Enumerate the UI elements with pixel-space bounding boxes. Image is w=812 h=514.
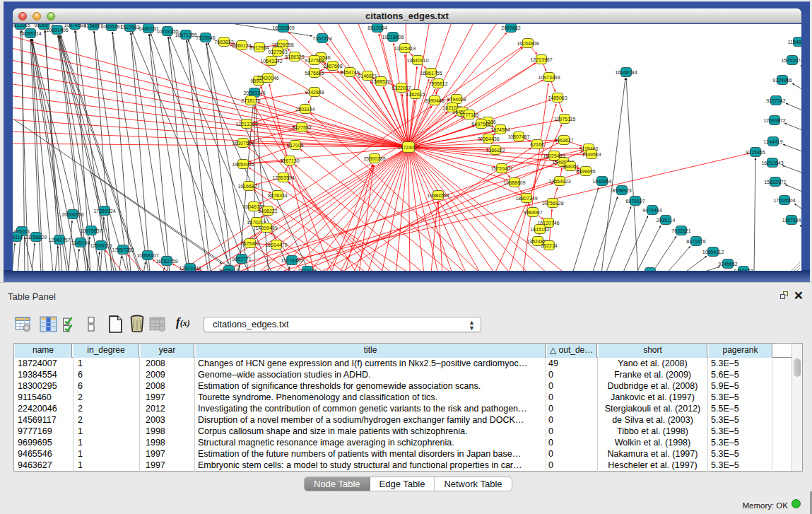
svg-text:10654112: 10654112 (702, 250, 724, 255)
svg-text:17957255: 17957255 (112, 247, 134, 252)
svg-text:1615152: 1615152 (530, 227, 549, 232)
svg-text:1273045: 1273045 (298, 269, 317, 271)
svg-text:12505115: 12505115 (90, 243, 112, 248)
svg-text:16961755: 16961755 (420, 71, 442, 76)
svg-text:8427552: 8427552 (292, 125, 311, 130)
svg-text:5875685: 5875685 (305, 71, 324, 76)
svg-text:12213369: 12213369 (235, 122, 257, 127)
svg-text:1527602: 1527602 (120, 25, 139, 30)
svg-text:19654985: 19654985 (232, 162, 254, 167)
svg-text:16154808: 16154808 (517, 41, 539, 46)
svg-text:16782759: 16782759 (155, 259, 177, 264)
svg-text:8322037: 8322037 (392, 86, 411, 90)
svg-text:8813055: 8813055 (13, 24, 30, 28)
svg-text:1167534: 1167534 (782, 218, 801, 223)
svg-text:16107554: 16107554 (232, 141, 254, 146)
svg-text:18724007: 18724007 (397, 145, 419, 150)
svg-text:3267130: 3267130 (280, 158, 299, 163)
svg-text:2935114: 2935114 (657, 218, 676, 223)
svg-text:12213967: 12213967 (530, 57, 552, 62)
svg-text:10756928: 10756928 (541, 201, 563, 206)
svg-text:8990448: 8990448 (425, 98, 444, 103)
svg-text:7386322: 7386322 (486, 148, 505, 153)
svg-text:5498222: 5498222 (258, 209, 277, 214)
svg-text:12975115: 12975115 (554, 117, 576, 122)
svg-text:1145194: 1145194 (71, 240, 90, 245)
svg-text:252214: 252214 (541, 243, 557, 248)
svg-text:9215955: 9215955 (746, 150, 765, 155)
svg-text:12353594: 12353594 (272, 175, 294, 180)
svg-text:19166827: 19166827 (237, 184, 259, 189)
svg-text:6879197: 6879197 (625, 199, 645, 204)
svg-text:9657771: 9657771 (232, 257, 251, 262)
svg-text:25300285: 25300285 (363, 156, 385, 161)
svg-text:9777169: 9777169 (459, 112, 478, 117)
svg-text:9463627: 9463627 (554, 138, 573, 143)
svg-text:9084067: 9084067 (523, 210, 542, 215)
svg-text:20053346: 20053346 (243, 90, 265, 95)
svg-text:1640954: 1640954 (592, 179, 611, 184)
svg-text:1049503: 1049503 (582, 152, 601, 157)
svg-text:17359924: 17359924 (93, 209, 115, 214)
svg-text:9242848: 9242848 (305, 90, 324, 95)
svg-text:9146821: 9146821 (358, 74, 377, 78)
svg-text:13640910: 13640910 (406, 58, 428, 63)
svg-text:10543342: 10543342 (260, 59, 282, 64)
svg-text:10688609: 10688609 (503, 180, 525, 185)
svg-text:9245652: 9245652 (718, 262, 737, 267)
svg-text:6497508: 6497508 (471, 122, 490, 127)
svg-text:22420046: 22420046 (257, 76, 278, 81)
svg-text:7632621: 7632621 (671, 228, 690, 233)
svg-text:16033809: 16033809 (272, 25, 294, 30)
svg-text:13226058: 13226058 (271, 42, 293, 47)
svg-text:7955812: 7955812 (428, 81, 447, 86)
svg-text:8938923: 8938923 (612, 188, 631, 193)
svg-text:9474444: 9474444 (642, 208, 661, 213)
svg-text:10973493: 10973493 (538, 75, 560, 80)
svg-text:7485063: 7485063 (548, 95, 567, 100)
svg-text:15692971: 15692971 (764, 180, 786, 185)
svg-text:9450623: 9450623 (734, 269, 753, 271)
svg-text:16914479: 16914479 (265, 243, 287, 247)
svg-text:317006: 317006 (287, 143, 303, 148)
svg-text:39114: 39114 (13, 235, 23, 240)
svg-text:8454749: 8454749 (340, 70, 359, 75)
svg-text:19218506: 19218506 (382, 35, 404, 40)
svg-text:2718176: 2718176 (241, 98, 260, 103)
svg-text:2087682: 2087682 (501, 25, 520, 30)
svg-text:6466160: 6466160 (139, 26, 158, 31)
svg-text:16648784: 16648784 (615, 70, 637, 75)
svg-text:62160: 62160 (530, 142, 544, 147)
svg-text:7515546: 7515546 (196, 35, 215, 40)
svg-text:9245012: 9245012 (219, 268, 238, 271)
svg-text:8804521: 8804521 (640, 270, 659, 271)
svg-text:1244419: 1244419 (763, 139, 782, 144)
svg-text:7625402: 7625402 (240, 241, 259, 246)
svg-text:9327503: 9327503 (268, 49, 287, 54)
svg-text:1588520: 1588520 (371, 79, 390, 84)
svg-text:8899695: 8899695 (576, 169, 595, 174)
svg-text:9794028: 9794028 (447, 97, 466, 102)
svg-text:15720407: 15720407 (490, 166, 512, 171)
svg-text:8912954: 8912954 (249, 45, 269, 50)
svg-text:20364436: 20364436 (477, 136, 499, 141)
svg-text:12093872: 12093872 (763, 118, 785, 123)
svg-text:20691406: 20691406 (46, 28, 68, 33)
svg-text:12923448: 12923448 (179, 266, 201, 271)
svg-text:3624554: 3624554 (490, 127, 510, 132)
svg-text:15716485: 15716485 (281, 258, 302, 263)
svg-text:2803144: 2803144 (295, 107, 314, 112)
svg-text:11156829: 11156829 (25, 235, 47, 240)
svg-text:9327508: 9327508 (305, 58, 324, 63)
svg-text:8878334: 8878334 (268, 193, 287, 198)
svg-text:12942757: 12942757 (48, 238, 70, 243)
svg-text:19384554: 19384554 (427, 193, 449, 198)
svg-text:10807487: 10807487 (507, 134, 529, 139)
svg-text:13654923: 13654923 (548, 179, 570, 184)
svg-text:10655267: 10655267 (100, 24, 122, 29)
svg-text:16671355: 16671355 (175, 33, 196, 37)
svg-text:2867608: 2867608 (323, 64, 342, 69)
svg-text:1362615: 1362615 (406, 92, 425, 97)
svg-text:20206556: 20206556 (61, 212, 83, 217)
svg-text:10958107: 10958107 (136, 253, 158, 258)
